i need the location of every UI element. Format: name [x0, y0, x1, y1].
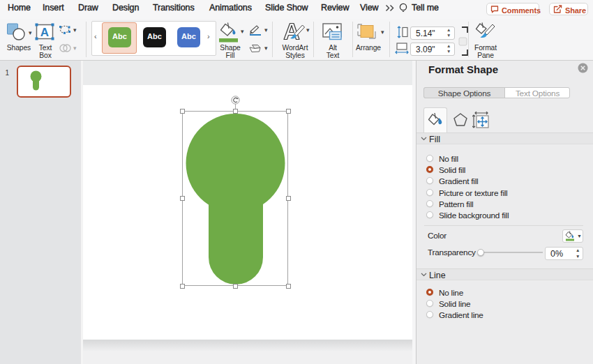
- svg-text:A: A: [40, 26, 49, 39]
